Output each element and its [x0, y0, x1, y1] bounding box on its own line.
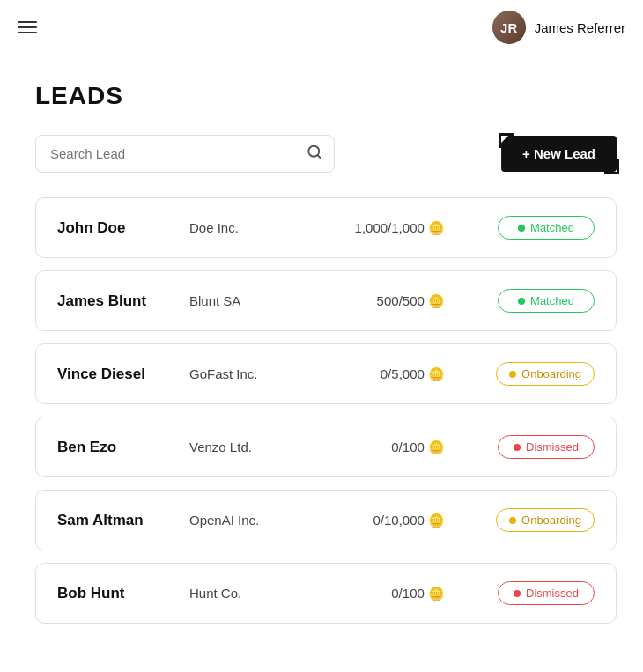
page-title: LEADS: [35, 82, 617, 110]
lead-company: Venzo Ltd.: [189, 439, 330, 454]
table-row[interactable]: Bob Hunt Hunt Co. 0/100 🪙 Dismissed: [35, 563, 617, 624]
status-dot-icon: [518, 225, 525, 232]
lead-name: Vince Diesel: [57, 366, 189, 383]
status-dot-icon: [509, 517, 516, 524]
status-label: Matched: [530, 221, 574, 234]
lead-company: GoFast Inc.: [189, 366, 330, 381]
status-badge: Onboarding: [496, 508, 595, 532]
status-badge: Matched: [498, 289, 595, 313]
user-name: James Referrer: [535, 20, 625, 35]
status-badge: Dismissed: [498, 581, 595, 605]
lead-company: Hunt Co.: [189, 586, 330, 601]
status-dot-icon: [518, 298, 525, 305]
lead-company: Blunt SA: [189, 293, 330, 308]
lead-score: 0/5,000 🪙: [330, 366, 445, 382]
table-row[interactable]: Sam Altman OpenAI Inc. 0/10,000 🪙 Onboar…: [35, 490, 617, 550]
table-row[interactable]: John Doe Doe Inc. 1,000/1,000 🪙 Matched: [35, 197, 617, 258]
status-label: Matched: [530, 294, 574, 307]
status-label: Dismissed: [526, 587, 579, 600]
lead-company: OpenAI Inc.: [189, 513, 330, 528]
lead-score: 0/10,000 🪙: [330, 513, 445, 528]
status-badge: Matched: [498, 216, 595, 240]
status-label: Dismissed: [526, 440, 579, 454]
search-container: [35, 135, 335, 173]
search-input[interactable]: [35, 135, 335, 173]
avatar: JR: [492, 11, 526, 44]
leads-list: John Doe Doe Inc. 1,000/1,000 🪙 Matched …: [35, 197, 617, 636]
status-label: Onboarding: [521, 367, 581, 380]
lead-company: Doe Inc.: [189, 220, 330, 235]
header-right: JR James Referrer: [492, 11, 625, 44]
status-label: Onboarding: [521, 513, 581, 527]
lead-name: John Doe: [57, 219, 189, 237]
status-dot-icon: [514, 590, 521, 597]
lead-score: 1,000/1,000 🪙: [330, 220, 445, 236]
status-badge: Onboarding: [496, 362, 595, 386]
lead-score: 500/500 🪙: [330, 293, 445, 309]
menu-button[interactable]: [18, 21, 37, 33]
lead-name: James Blunt: [57, 292, 189, 310]
table-row[interactable]: James Blunt Blunt SA 500/500 🪙 Matched: [35, 270, 617, 331]
lead-score: 0/100 🪙: [330, 439, 445, 455]
lead-name: Bob Hunt: [57, 585, 189, 602]
status-dot-icon: [509, 371, 516, 378]
lead-name: Ben Ezo: [57, 439, 189, 456]
main-content: LEADS + New Lead John Doe Doe Inc. 1,000…: [0, 55, 643, 662]
lead-score: 0/100 🪙: [330, 586, 445, 602]
actions-row: + New Lead: [35, 135, 617, 173]
lead-name: Sam Altman: [57, 512, 189, 529]
header: JR James Referrer: [0, 0, 643, 55]
header-left: [18, 21, 37, 33]
status-badge: Dismissed: [498, 435, 595, 459]
table-row[interactable]: Vince Diesel GoFast Inc. 0/5,000 🪙 Onboa…: [35, 343, 617, 404]
table-row[interactable]: Ben Ezo Venzo Ltd. 0/100 🪙 Dismissed: [35, 417, 617, 477]
new-lead-button[interactable]: + New Lead: [501, 136, 617, 172]
new-lead-button-wrapper: + New Lead: [501, 136, 617, 172]
status-dot-icon: [514, 444, 521, 451]
avatar-image: JR: [492, 11, 526, 44]
